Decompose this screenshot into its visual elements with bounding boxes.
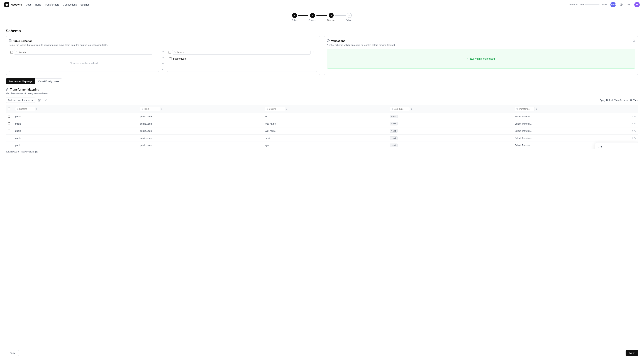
bulk-chevron: ⌄ [31,99,33,102]
row-edit-3[interactable]: ✎ [634,137,636,139]
column-search-input[interactable] [269,108,283,110]
table-selection-subtitle: Select the tables that you want to trans… [9,44,317,46]
th-datatype: ⇅ [388,105,512,113]
next-button[interactable]: Next [626,350,638,356]
item-checkbox-0[interactable] [169,58,172,60]
table-search[interactable] [140,107,160,111]
apply-default-btn[interactable]: Apply Default Transformers [600,99,628,102]
svg-point-23 [6,90,7,90]
left-panel-top: ⇅ [9,49,159,56]
right-panel-item-0[interactable]: public.users [167,56,317,62]
nav-jobs[interactable]: Jobs [26,3,32,6]
svg-line-39 [599,147,599,147]
right-panel-checkbox[interactable] [168,51,171,54]
transformer-search-input[interactable] [519,108,533,110]
brand-name: Neosync [11,3,22,6]
svg-point-38 [598,146,599,147]
transformer-mapping-section: Transformer Mapping Map Transformers to … [6,88,638,154]
row-edit-0[interactable]: ✎ [634,115,636,118]
left-search-input[interactable] [18,51,151,54]
row-checkbox-2[interactable] [8,130,10,132]
schema-search[interactable] [15,107,35,111]
tab-virtual-foreign-keys[interactable]: Virtual Foreign Keys [35,78,62,84]
datatype-sort[interactable]: ⇅ [410,108,412,110]
section-subtitle: Map Transformers to every column below. [6,92,638,95]
table-header-row: ⇅ ⇅ [6,105,638,113]
dropdown-search-input[interactable] [600,145,636,148]
datatype-search[interactable] [390,107,410,111]
row-transformer-3[interactable]: Select Transfor... ⇅ ✎ [515,137,636,139]
table-row: public public.users age text Select Tran… [6,142,638,149]
validations-title: Validations [331,39,345,43]
edit-icon[interactable] [37,98,42,103]
table-row: public public.users id uuid Select Trans… [6,113,638,120]
step-schema: ● Schema [327,13,335,22]
row-checkbox-3[interactable] [8,137,10,139]
validation-icon [327,39,330,43]
row-edit-2[interactable]: ✎ [634,130,636,132]
select-all-checkbox[interactable] [8,108,10,110]
table-selection-title: Table Selection [13,39,32,43]
two-col-section: Table Selection Select the tables that y… [6,36,638,75]
transformer-search[interactable] [515,107,535,111]
view-btn[interactable]: View [630,99,638,102]
nav-settings[interactable]: Settings [80,3,90,6]
th-table: ⇅ [138,105,263,113]
user-avatar[interactable]: D [634,2,640,7]
settings-icon[interactable] [618,2,624,7]
left-panel-sort[interactable]: ⇅ [154,51,158,54]
left-panel-search[interactable] [14,50,152,55]
svg-point-22 [6,88,7,89]
row-checkbox-1[interactable] [8,122,10,125]
right-search-input[interactable] [176,51,309,54]
svg-point-32 [267,108,268,110]
arrow-left[interactable]: ← [161,61,165,66]
sun-icon[interactable] [626,2,632,7]
svg-line-37 [517,109,518,110]
refresh-icon[interactable] [633,39,635,43]
nav-runs[interactable]: Runs [35,3,41,6]
column-sort[interactable]: ⇅ [286,108,287,110]
table-search-input[interactable] [144,108,158,110]
arrow-all-left[interactable]: « [162,67,164,72]
schema-sort[interactable]: ⇅ [36,108,38,110]
left-panel-checkbox[interactable] [10,51,13,54]
row-column-1: first_name [263,120,388,127]
dropdown-search[interactable] [595,144,638,149]
step-subset-circle: ○ [347,13,352,18]
tab-transformer-mappings[interactable]: Transformer Mappings [6,78,35,84]
row-table-3: public.users [138,135,263,142]
row-checkbox-4[interactable] [8,144,10,146]
check-icon[interactable] [43,98,48,103]
table-head: ⇅ ⇅ [6,105,638,113]
right-panel-top: ⇅ [167,49,317,56]
row-transformer-2[interactable]: Select Transfor... ⇅ ✎ [515,130,636,132]
step-define-label: Define [292,19,298,22]
step-connect-label: Connect [308,19,316,22]
row-column-4: age [263,142,388,149]
schema-search-input[interactable] [19,108,34,110]
bulk-select[interactable]: Bulk set transformers ⌄ [6,98,36,103]
arrow-all-right[interactable]: » [162,49,164,54]
transformer-sort[interactable]: ⇅ [536,108,537,110]
row-table-4: public.users [138,142,263,149]
table-sort[interactable]: ⇅ [161,108,162,110]
column-search[interactable] [265,107,285,111]
row-edit-1[interactable]: ✎ [634,122,636,125]
row-schema-3: public [13,135,138,142]
right-panel-search[interactable] [172,50,310,55]
th-schema: ⇅ [13,105,138,113]
row-checkbox-0[interactable] [8,115,10,118]
nav-connections[interactable]: Connections [63,3,77,6]
row-transformer-1[interactable]: Select Transfor... ⇅ ✎ [515,122,636,125]
bulk-label: Bulk set transformers [8,99,30,102]
row-transformer-0[interactable]: Select Transfor... ⇅ ✎ [515,115,636,118]
page-title: Schema [6,25,638,36]
arrow-right[interactable]: → [161,55,165,60]
right-panel-sort[interactable]: ⇅ [312,51,316,54]
row-schema-0: public [13,113,138,120]
datatype-search-input[interactable] [394,108,408,110]
back-button[interactable]: Back [6,350,19,356]
avatar[interactable]: personal [610,2,616,7]
nav-transformers[interactable]: Transformers [44,3,60,6]
